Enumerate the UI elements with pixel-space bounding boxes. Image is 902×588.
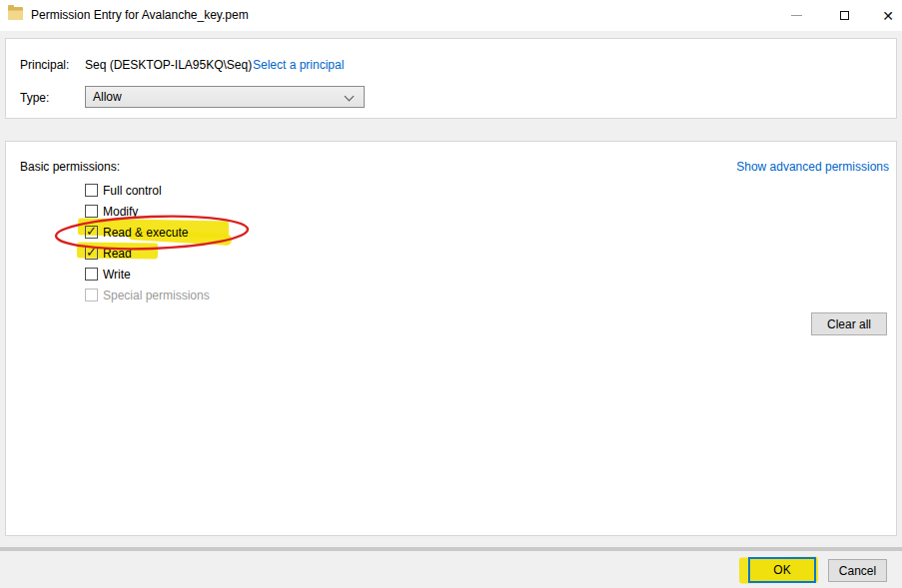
clear-all-label: Clear all — [827, 317, 871, 331]
read-label[interactable]: Read — [103, 247, 132, 261]
special-permissions-label: Special permissions — [103, 289, 210, 302]
check-icon: ✓ — [86, 224, 97, 239]
principal-label: Principal: — [20, 58, 69, 72]
read-checkbox[interactable]: ✓ — [85, 247, 98, 260]
titlebar: Permission Entry for Avalanche_key.pem ✕ — [0, 0, 902, 31]
basic-permissions-heading: Basic permissions: — [20, 160, 120, 174]
special-permissions-checkbox — [85, 289, 98, 301]
select-principal-link[interactable]: Select a principal — [253, 58, 344, 72]
modify-label[interactable]: Modify — [103, 205, 138, 219]
clear-all-button[interactable]: Clear all — [811, 312, 887, 335]
maximize-icon — [840, 11, 849, 20]
basic-permissions-panel — [5, 141, 897, 536]
type-label: Type: — [20, 91, 49, 105]
principal-value: Seq (DESKTOP-ILA95KQ\Seq) — [85, 58, 252, 72]
cancel-button[interactable]: Cancel — [828, 559, 887, 582]
permission-entry-dialog: Permission Entry for Avalanche_key.pem ✕… — [0, 0, 902, 588]
permission-row-special: Special permissions — [85, 288, 210, 302]
show-advanced-permissions-link[interactable]: Show advanced permissions — [736, 160, 889, 174]
read-execute-label[interactable]: Read & execute — [103, 226, 188, 240]
permission-row-write: Write — [85, 267, 131, 282]
read-execute-checkbox[interactable]: ✓ — [85, 226, 98, 239]
permission-row-read-execute: ✓ Read & execute — [85, 225, 188, 240]
full-control-checkbox[interactable] — [85, 184, 98, 197]
ok-button[interactable]: OK — [748, 557, 816, 583]
maximize-button[interactable] — [824, 0, 864, 31]
write-label[interactable]: Write — [103, 268, 131, 282]
chevron-down-icon — [345, 92, 355, 102]
permission-row-full-control: Full control — [85, 183, 162, 198]
check-icon: ✓ — [86, 245, 97, 260]
type-dropdown[interactable]: Allow — [85, 86, 365, 108]
ok-label: OK — [773, 563, 790, 577]
cancel-label: Cancel — [839, 564, 876, 578]
modify-checkbox[interactable] — [85, 205, 98, 218]
close-icon: ✕ — [882, 9, 894, 23]
close-button[interactable]: ✕ — [868, 0, 902, 31]
folder-icon — [8, 7, 23, 20]
write-checkbox[interactable] — [85, 268, 98, 281]
type-dropdown-value: Allow — [93, 90, 122, 104]
full-control-label[interactable]: Full control — [103, 184, 162, 198]
minimize-icon — [791, 15, 802, 16]
minimize-button[interactable] — [776, 0, 816, 31]
permission-row-modify: Modify — [85, 204, 138, 219]
permission-row-read: ✓ Read — [85, 246, 132, 261]
footer-divider — [0, 547, 902, 551]
window-title: Permission Entry for Avalanche_key.pem — [31, 8, 249, 22]
